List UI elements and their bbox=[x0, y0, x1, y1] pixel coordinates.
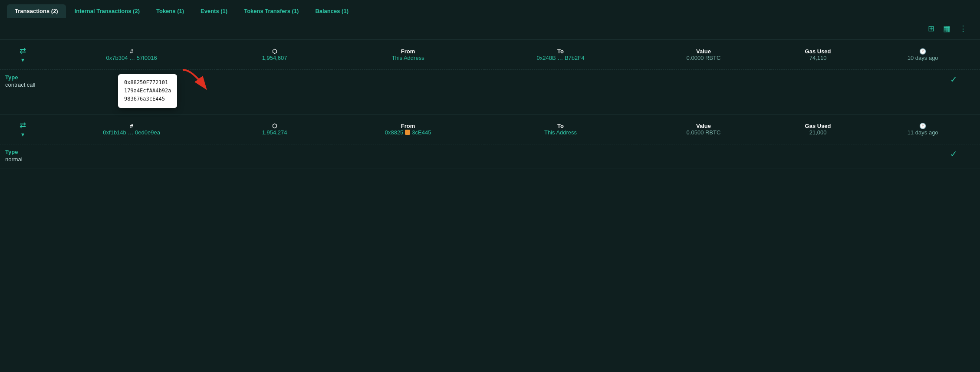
tx-value-1: Value 0.0000 RBTC bbox=[637, 40, 770, 70]
tab-transactions[interactable]: Transactions (2) bbox=[7, 4, 66, 18]
tx-block-2: ⬡ 1,954,274 bbox=[217, 114, 332, 144]
more-icon: ⋮ bbox=[959, 24, 967, 33]
copy-icon[interactable] bbox=[405, 130, 410, 135]
table-row: ⇄ ▾ # 0x7b304 … 57f0016 ⬡ 1,954,607 From… bbox=[0, 40, 980, 70]
tx-direction-icon-2: ⇄ ▾ bbox=[0, 114, 46, 144]
tx-gas-2: Gas Used 21,000 bbox=[770, 114, 866, 144]
tab-balances[interactable]: Balances (1) bbox=[307, 4, 356, 18]
success-check-icon-1: ✓ bbox=[950, 74, 957, 85]
tx-value-2: Value 0.0500 RBTC bbox=[637, 114, 770, 144]
grid-icon: ⊞ bbox=[928, 24, 934, 33]
tab-internal-transactions[interactable]: Internal Transactions (2) bbox=[67, 4, 148, 18]
tx-direction-icon-1: ⇄ ▾ bbox=[0, 40, 46, 70]
success-check-icon-2: ✓ bbox=[950, 149, 957, 159]
tx-to-1: To 0x248B … B7b2F4 bbox=[484, 40, 637, 70]
tx-hash-1: # 0x7b304 … 57f0016 bbox=[46, 40, 217, 70]
address-tooltip: 0x88250F772101 179a4EcfAA4b92a 983676a3c… bbox=[118, 74, 177, 108]
red-arrow-icon bbox=[179, 65, 231, 100]
toolbar: ⊞ ▦ ⋮ bbox=[0, 18, 980, 39]
more-options-button[interactable]: ⋮ bbox=[957, 22, 970, 35]
tx-detail-row-1: Type contract call 0x88250F772101 179a4E… bbox=[0, 70, 980, 114]
tx-type-2: Type normal bbox=[5, 149, 92, 163]
grid-view-button[interactable]: ⊞ bbox=[925, 22, 937, 35]
tx-detail-row-2: Type normal ✓ bbox=[0, 144, 980, 169]
transactions-table: ⇄ ▾ # 0x7b304 … 57f0016 ⬡ 1,954,607 From… bbox=[0, 39, 980, 169]
tx-type-1: Type contract call bbox=[5, 74, 92, 88]
tx-block-1: ⬡ 1,954,607 bbox=[217, 40, 332, 70]
tx-time-1: 🕐 10 days ago bbox=[865, 40, 980, 70]
table-view-button[interactable]: ▦ bbox=[941, 22, 953, 35]
tx-gas-1: Gas Used 74,110 bbox=[770, 40, 866, 70]
table-icon: ▦ bbox=[943, 24, 950, 33]
tabs-bar: Transactions (2) Internal Transactions (… bbox=[0, 0, 980, 18]
tooltip-area: 0x88250F772101 179a4EcfAA4b92a 983676a3c… bbox=[92, 74, 950, 108]
tx-time-2: 🕐 11 days ago bbox=[865, 114, 980, 144]
tx-from-2: From 0x8825 3cE445 bbox=[332, 114, 484, 144]
table-row: ⇄ ▾ # 0xf1b14b … 0ed0e9ea ⬡ 1,954,274 Fr… bbox=[0, 114, 980, 144]
tx-hash-2: # 0xf1b14b … 0ed0e9ea bbox=[46, 114, 217, 144]
tx-from-1: From This Address bbox=[332, 40, 484, 70]
tab-events[interactable]: Events (1) bbox=[193, 4, 235, 18]
tx-to-2: To This Address bbox=[484, 114, 637, 144]
tab-token-transfers[interactable]: Tokens Transfers (1) bbox=[236, 4, 306, 18]
tab-tokens[interactable]: Tokens (1) bbox=[148, 4, 192, 18]
